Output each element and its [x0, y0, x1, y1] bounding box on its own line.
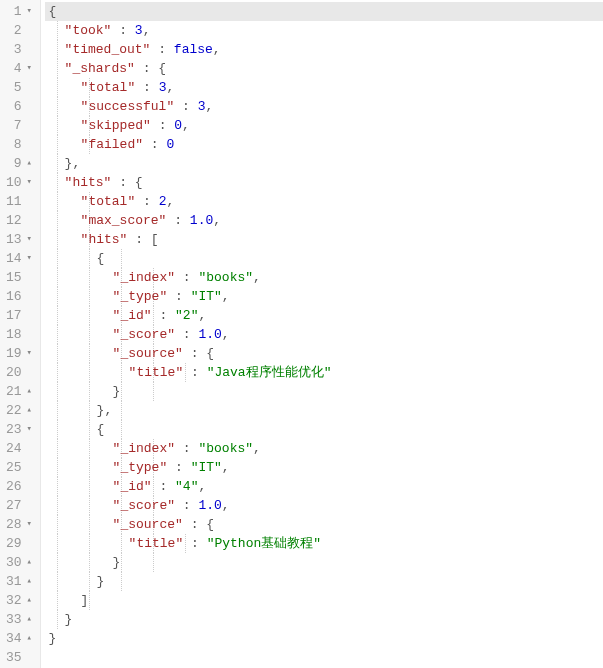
- gutter-line: 10▾: [6, 173, 34, 192]
- code-line[interactable]: "_index" : "books",: [45, 439, 603, 458]
- line-content: "_type" : "IT",: [45, 460, 230, 475]
- fold-toggle-icon[interactable]: ▴: [25, 401, 34, 420]
- fold-toggle-icon[interactable]: ▾: [25, 230, 34, 249]
- fold-toggle-icon[interactable]: ▴: [25, 591, 34, 610]
- fold-toggle-icon[interactable]: ▾: [25, 420, 34, 439]
- code-line[interactable]: ]: [45, 591, 603, 610]
- fold-toggle-icon[interactable]: ▾: [25, 515, 34, 534]
- line-content: ]: [45, 593, 89, 608]
- code-line[interactable]: },: [45, 154, 603, 173]
- gutter-line: 15: [6, 268, 34, 287]
- token-punc: },: [97, 403, 113, 418]
- token-key: "_source": [113, 346, 183, 361]
- code-line[interactable]: "_source" : {: [45, 515, 603, 534]
- gutter-line: 33▴: [6, 610, 34, 629]
- code-line[interactable]: [45, 648, 603, 667]
- token-key: "title": [129, 536, 184, 551]
- code-line[interactable]: }: [45, 572, 603, 591]
- fold-toggle-icon[interactable]: ▴: [25, 382, 34, 401]
- token-punc: {: [97, 251, 105, 266]
- fold-toggle-icon[interactable]: ▾: [25, 59, 34, 78]
- token-punc: :: [167, 460, 190, 475]
- code-line[interactable]: }: [45, 629, 603, 648]
- token-punc: : [: [127, 232, 158, 247]
- code-line[interactable]: "_type" : "IT",: [45, 287, 603, 306]
- code-line[interactable]: "successful" : 3,: [45, 97, 603, 116]
- code-editor[interactable]: 1▾234▾56789▴10▾111213▾14▾1516171819▾2021…: [0, 0, 603, 668]
- code-line[interactable]: }: [45, 382, 603, 401]
- code-line[interactable]: "_score" : 1.0,: [45, 325, 603, 344]
- fold-toggle-icon[interactable]: ▴: [25, 553, 34, 572]
- line-content: "_id" : "2",: [45, 308, 207, 323]
- fold-toggle-icon[interactable]: ▾: [25, 2, 34, 21]
- token-punc: :: [150, 42, 173, 57]
- gutter-line: 24: [6, 439, 34, 458]
- token-punc: }: [113, 555, 121, 570]
- code-line[interactable]: "hits" : [: [45, 230, 603, 249]
- code-line[interactable]: "_id" : "2",: [45, 306, 603, 325]
- code-line[interactable]: {: [45, 249, 603, 268]
- code-line[interactable]: "failed" : 0: [45, 135, 603, 154]
- code-line[interactable]: "title" : "Java程序性能优化": [45, 363, 603, 382]
- line-content: "hits" : [: [45, 232, 159, 247]
- line-content: "_index" : "books",: [45, 441, 261, 456]
- code-line[interactable]: },: [45, 401, 603, 420]
- token-num: 1.0: [198, 498, 221, 513]
- code-line[interactable]: "timed_out" : false,: [45, 40, 603, 59]
- code-line[interactable]: "took" : 3,: [45, 21, 603, 40]
- code-line[interactable]: "_source" : {: [45, 344, 603, 363]
- code-line[interactable]: {: [45, 2, 603, 21]
- token-key: "_type": [113, 289, 168, 304]
- fold-toggle-icon[interactable]: ▾: [25, 173, 34, 192]
- line-number: 31: [6, 572, 22, 591]
- code-line[interactable]: "_score" : 1.0,: [45, 496, 603, 515]
- fold-toggle-icon[interactable]: ▾: [25, 344, 34, 363]
- code-line[interactable]: "title" : "Python基础教程": [45, 534, 603, 553]
- code-line[interactable]: "hits" : {: [45, 173, 603, 192]
- token-key: "took": [65, 23, 112, 38]
- line-number: 27: [6, 496, 22, 515]
- token-punc: :: [166, 213, 189, 228]
- code-line[interactable]: "total" : 2,: [45, 192, 603, 211]
- gutter-line: 8: [6, 135, 34, 154]
- code-line[interactable]: "total" : 3,: [45, 78, 603, 97]
- token-punc: ,: [143, 23, 151, 38]
- line-content: "title" : "Python基础教程": [45, 536, 321, 551]
- line-number: 35: [6, 648, 22, 667]
- line-content: }: [45, 631, 57, 646]
- line-content: {: [45, 251, 105, 266]
- token-key: "_id": [113, 308, 152, 323]
- line-number: 2: [14, 21, 22, 40]
- token-punc: ,: [222, 327, 230, 342]
- line-content: "successful" : 3,: [45, 99, 214, 114]
- token-punc: {: [97, 422, 105, 437]
- code-line[interactable]: "_index" : "books",: [45, 268, 603, 287]
- token-punc: : {: [111, 175, 142, 190]
- line-content: }: [45, 612, 73, 627]
- code-line[interactable]: }: [45, 610, 603, 629]
- fold-toggle-icon[interactable]: ▴: [25, 154, 34, 173]
- token-punc: }: [113, 384, 121, 399]
- line-number: 25: [6, 458, 22, 477]
- line-number: 7: [14, 116, 22, 135]
- line-content: }: [45, 555, 121, 570]
- line-content: },: [45, 156, 81, 171]
- fold-toggle-icon[interactable]: ▴: [25, 610, 34, 629]
- line-number: 11: [6, 192, 22, 211]
- code-line[interactable]: "skipped" : 0,: [45, 116, 603, 135]
- code-line[interactable]: {: [45, 420, 603, 439]
- fold-toggle-icon[interactable]: ▾: [25, 249, 34, 268]
- code-area[interactable]: {"took" : 3,"timed_out" : false,"_shards…: [41, 0, 603, 668]
- token-punc: : {: [183, 346, 214, 361]
- code-line[interactable]: "_shards" : {: [45, 59, 603, 78]
- token-punc: : {: [135, 61, 166, 76]
- fold-toggle-icon[interactable]: ▴: [25, 572, 34, 591]
- fold-toggle-icon[interactable]: ▴: [25, 629, 34, 648]
- code-line[interactable]: "_type" : "IT",: [45, 458, 603, 477]
- token-punc: :: [152, 479, 175, 494]
- code-line[interactable]: "max_score" : 1.0,: [45, 211, 603, 230]
- code-line[interactable]: "_id" : "4",: [45, 477, 603, 496]
- code-line[interactable]: }: [45, 553, 603, 572]
- token-bool: false: [174, 42, 213, 57]
- gutter-line: 11: [6, 192, 34, 211]
